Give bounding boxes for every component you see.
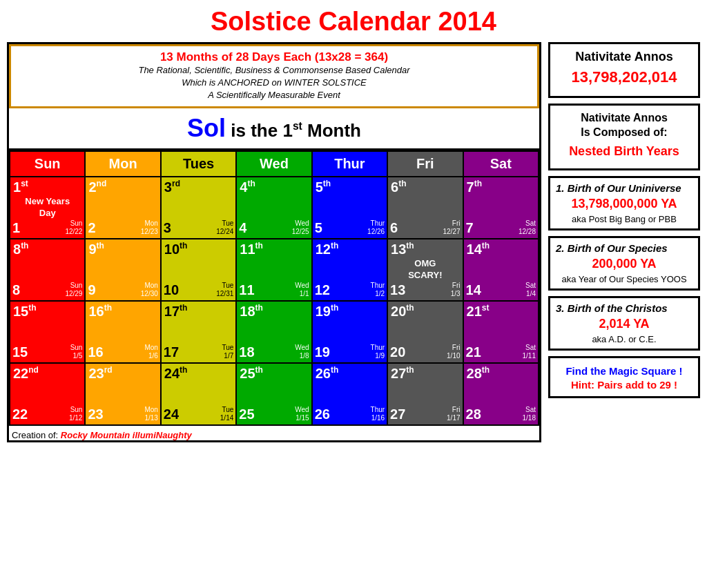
day-date: Wed1/1 (295, 282, 309, 298)
sol-word: Sol (187, 114, 226, 142)
day-ordinal: 2nd (88, 179, 157, 195)
calendar-day-cell: 22nd22Sun1/12 (10, 363, 85, 425)
day-date: Sun12/29 (65, 282, 82, 298)
day-ordinal: 17th (164, 303, 233, 320)
calendar-day-cell: 20th20Fri1/10 (387, 301, 463, 363)
day-date: Tue12/31 (216, 282, 233, 298)
day-date: Thur1/16 (371, 406, 385, 422)
day-ordinal: 24th (164, 365, 233, 382)
day-number: 20 (390, 344, 405, 360)
day-bottom: 20Fri1/10 (390, 344, 460, 360)
day-bottom: 5Thur12/26 (315, 219, 385, 236)
day-bottom: 28Sat1/18 (466, 406, 536, 422)
day-date: Fri12/27 (443, 219, 461, 236)
day-number: 11 (239, 282, 254, 298)
day-number: 25 (239, 406, 254, 422)
calendar-day-cell: 3rd3Tue12/24 (161, 177, 236, 239)
nested-title: Nested Birth Years (556, 144, 693, 159)
day-ordinal: 27th (391, 365, 459, 382)
nativitate-number: 13,798,202,014 (556, 68, 693, 86)
calendar-day-cell: 23rd23Mon1/13 (85, 363, 160, 425)
day-number: 12 (315, 282, 330, 298)
birth3-aka: aka A.D. or C.E. (556, 334, 693, 344)
day-ordinal: 15th (13, 303, 81, 320)
magic-box: Find the Magic Square ! Hint: Pairs add … (548, 356, 700, 399)
calendar-day-cell: 13thOMGSCARY!13Fri1/3 (387, 239, 463, 301)
birth1-number: 13,798,000,000 YA (556, 197, 693, 211)
calendar-day-cell: 17th17Tue1/7 (161, 301, 236, 363)
day-number: 3 (164, 220, 171, 236)
day-ordinal: 13th (391, 241, 459, 257)
calendar-day-cell: 1stNew YearsDay1Sun12/22 (10, 177, 85, 239)
calendar-day-cell: 8th8Sun12/29 (10, 239, 85, 301)
creation-name: Rocky Mountain illumiNaughty (61, 430, 192, 440)
day-ordinal: 26th (316, 365, 384, 382)
left-panel: 13 Months of 28 Days Each (13x28 = 364) … (7, 42, 541, 442)
day-note: New YearsDay (13, 196, 81, 219)
desc-line1: The Rational, Scientific, Business & Com… (15, 64, 533, 77)
day-number: 10 (164, 282, 179, 298)
day-date: Fri1/3 (451, 282, 461, 298)
creation-prefix: Creation of: (12, 430, 58, 440)
day-number: 16 (88, 344, 103, 360)
day-note: OMGSCARY! (391, 258, 459, 282)
calendar-week-row: 8th8Sun12/299th9Mon12/3010th10Tue12/3111… (10, 239, 539, 301)
day-bottom: 10Tue12/31 (164, 282, 233, 298)
composed-box: Nativitate AnnosIs Composed of: Nested B… (548, 104, 700, 170)
page-title: Solstice Calendar 2014 (7, 7, 700, 37)
nativitate-title: Nativitate Annos (556, 50, 693, 64)
day-ordinal: 5th (316, 179, 384, 195)
day-bottom: 23Mon1/13 (88, 406, 157, 422)
day-date: Sat1/11 (523, 344, 536, 360)
calendar-day-cell: 21st21Sat1/11 (463, 301, 539, 363)
day-date: Thur1/9 (371, 344, 385, 360)
calendar-week-row: 1stNew YearsDay1Sun12/222nd2Mon12/233rd3… (10, 177, 539, 239)
day-bottom: 3Tue12/24 (164, 219, 233, 236)
header-sat: Sat (463, 151, 539, 177)
header-thur: Thur (312, 151, 387, 177)
calendar-day-cell: 15th15Sun1/5 (10, 301, 85, 363)
day-number: 4 (239, 220, 246, 236)
day-ordinal: 20th (391, 303, 459, 320)
birth3-label: 3. Birth of the Christos (556, 302, 693, 314)
day-date: Mon1/6 (144, 344, 157, 360)
day-bottom: 21Sat1/11 (466, 344, 536, 360)
day-ordinal: 14th (467, 241, 535, 257)
calendar-day-cell: 7th7Sat12/28 (463, 177, 539, 239)
desc-line2: Which is ANCHORED on WINTER SOLSTICE (15, 77, 533, 89)
day-bottom: 11Wed1/1 (239, 282, 309, 298)
day-number: 22 (12, 406, 28, 422)
day-number: 27 (390, 406, 405, 422)
day-ordinal: 3rd (164, 179, 233, 195)
day-bottom: 16Mon1/6 (88, 344, 157, 360)
day-number: 26 (315, 406, 330, 422)
calendar-day-cell: 25th25Wed1/15 (236, 363, 311, 425)
day-ordinal: 1st (13, 179, 81, 195)
creation-footer: Creation of: Rocky Mountain illumiNaught… (9, 430, 539, 440)
header-mon: Mon (85, 151, 160, 177)
calendar-day-cell: 26th26Thur1/16 (312, 363, 387, 425)
day-number: 15 (12, 344, 28, 360)
magic-line2: Hint: Pairs add to 29 ! (556, 379, 693, 391)
day-ordinal: 12th (316, 241, 384, 257)
day-number: 28 (466, 406, 481, 422)
day-bottom: 25Wed1/15 (239, 406, 309, 422)
calendar-day-cell: 9th9Mon12/30 (85, 239, 160, 301)
day-number: 23 (88, 406, 103, 422)
page-wrapper: Solstice Calendar 2014 13 Months of 28 D… (7, 7, 700, 442)
day-date: Mon1/13 (144, 406, 157, 422)
day-bottom: 9Mon12/30 (88, 282, 157, 298)
calendar-day-cell: 10th10Tue12/31 (161, 239, 236, 301)
calendar-day-cell: 18th18Wed1/8 (236, 301, 311, 363)
subtitle-box: 13 Months of 28 Days Each (13x28 = 364) … (9, 44, 539, 108)
birth2-section: 2. Birth of Our Species 200,000 YA aka Y… (548, 236, 700, 291)
day-number: 7 (466, 220, 474, 236)
content-area: 13 Months of 28 Days Each (13x28 = 364) … (7, 42, 700, 442)
day-ordinal: 6th (391, 179, 459, 195)
months-subtitle: 13 Months of 28 Days Each (13x28 = 364) (15, 50, 533, 64)
desc-line3: A Scientifically Measurable Event (15, 89, 533, 101)
sol-header: Sol is the 1st Month (9, 108, 539, 150)
day-number: 1 (12, 220, 20, 236)
day-bottom: 14Sat1/4 (466, 282, 536, 298)
day-date: Thur12/26 (367, 219, 385, 236)
